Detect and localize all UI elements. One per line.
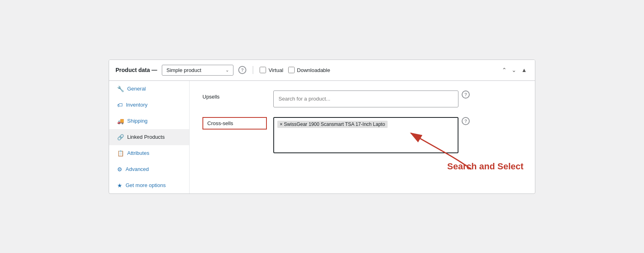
sidebar-item-get-more-options[interactable]: ★ Get more options: [109, 177, 189, 193]
main-content: Upsells ? Cross-sells × SwissGear 1900 S…: [190, 81, 535, 193]
sidebar-item-inventory[interactable]: 🏷 Inventory: [109, 97, 189, 113]
panel-header-title: Product data —: [116, 67, 157, 73]
sidebar-item-advanced[interactable]: ⚙ Advanced: [109, 161, 189, 177]
downloadable-checkbox-item[interactable]: Downloadable: [288, 67, 330, 73]
panel-body: 🔧 General 🏷 Inventory 🚚 Shipping 🔗 Linke…: [109, 81, 535, 193]
truck-icon: 🚚: [117, 118, 124, 124]
header-actions: ⌃ ⌄ ▲: [500, 66, 528, 74]
cross-sells-row: Cross-sells × SwissGear 1900 Scansmart T…: [202, 117, 522, 153]
sidebar-item-attributes[interactable]: 📋 Attributes: [109, 145, 189, 161]
sidebar-item-label: Attributes: [127, 150, 149, 156]
sidebar-item-general[interactable]: 🔧 General: [109, 81, 189, 97]
sidebar-item-shipping[interactable]: 🚚 Shipping: [109, 113, 189, 129]
virtual-checkbox[interactable]: [260, 67, 266, 73]
product-type-select[interactable]: Simple product ⌄: [162, 65, 233, 76]
tag-icon: 🏷: [117, 102, 123, 108]
virtual-label: Virtual: [268, 67, 283, 73]
wrench-icon: 🔧: [117, 86, 124, 92]
upsells-row: Upsells ?: [202, 91, 522, 107]
cross-sells-input-wrap: × SwissGear 1900 Scansmart TSA 17-Inch L…: [273, 117, 522, 153]
upsells-input-wrap: ?: [273, 91, 522, 107]
upsells-label: Upsells: [202, 91, 267, 100]
cross-sells-tag-text: × SwissGear 1900 Scansmart TSA 17-Inch L…: [280, 121, 385, 127]
collapse-down-button[interactable]: ⌄: [510, 66, 518, 74]
vertical-divider: [253, 66, 253, 74]
annotation-label: Search and Select: [447, 161, 524, 172]
virtual-checkbox-item[interactable]: Virtual: [260, 67, 283, 73]
cross-sells-label: Cross-sells: [202, 117, 267, 130]
cross-sells-tag[interactable]: × SwissGear 1900 Scansmart TSA 17-Inch L…: [277, 121, 388, 128]
star-icon: ★: [117, 182, 122, 189]
product-data-panel: Product data — Simple product ⌄ ? Virtua…: [109, 60, 535, 194]
cross-sells-help-icon[interactable]: ?: [462, 117, 470, 125]
chevron-down-icon: ⌄: [225, 68, 229, 73]
sidebar-item-label: General: [127, 86, 146, 92]
sidebar-item-label: Inventory: [126, 102, 147, 108]
sidebar-item-linked-products[interactable]: 🔗 Linked Products: [109, 129, 189, 145]
link-icon: 🔗: [117, 134, 124, 140]
cross-sells-box[interactable]: × SwissGear 1900 Scansmart TSA 17-Inch L…: [273, 117, 458, 153]
downloadable-label: Downloadable: [297, 67, 330, 73]
downloadable-checkbox[interactable]: [288, 67, 295, 73]
sidebar: 🔧 General 🏷 Inventory 🚚 Shipping 🔗 Linke…: [109, 81, 190, 193]
gear-icon: ⚙: [117, 166, 122, 173]
help-icon[interactable]: ?: [238, 66, 246, 74]
sidebar-item-label: Get more options: [126, 182, 166, 188]
list-icon: 📋: [117, 150, 124, 156]
sidebar-item-label: Shipping: [127, 118, 148, 124]
upsells-help-icon[interactable]: ?: [462, 91, 470, 99]
product-type-label: Simple product: [166, 67, 201, 73]
sidebar-item-label: Linked Products: [127, 134, 165, 140]
collapse-up-button[interactable]: ⌃: [500, 66, 508, 74]
toggle-button[interactable]: ▲: [520, 66, 528, 74]
upsells-search-input[interactable]: [273, 91, 458, 107]
sidebar-item-label: Advanced: [126, 166, 149, 172]
panel-header: Product data — Simple product ⌄ ? Virtua…: [109, 60, 535, 81]
